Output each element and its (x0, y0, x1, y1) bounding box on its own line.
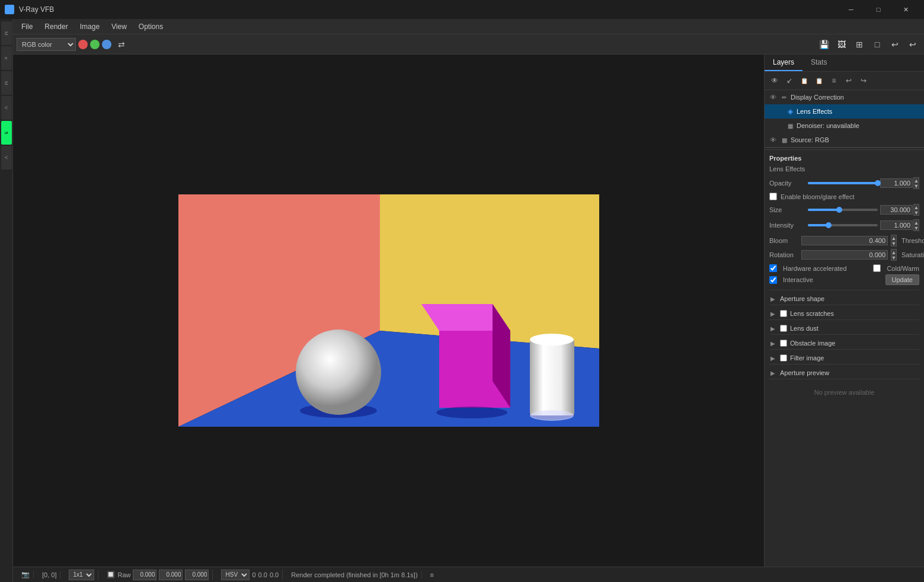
intensity-slider[interactable] (808, 221, 878, 229)
color-mode-select[interactable]: HSV RGB (221, 570, 250, 580)
interactive-checkbox[interactable] (769, 276, 777, 284)
bloom-spinner[interactable]: ▲ ▼ (891, 235, 897, 247)
menu-render[interactable]: Render (39, 21, 73, 32)
menu-image[interactable]: Image (74, 21, 105, 32)
scale-select[interactable]: 1x1 2x2 (69, 570, 94, 580)
copy-layer-icon[interactable]: 📋 (798, 74, 811, 87)
hw-accel-checkbox[interactable] (769, 264, 777, 272)
app-icon (5, 5, 14, 14)
layer-down-icon[interactable]: ↙ (783, 74, 796, 87)
layer-display-correction[interactable]: 👁 ✏ Display Correction (765, 90, 924, 104)
list-icon[interactable]: ≡ (827, 74, 840, 87)
sidebar-item-3[interactable]: M (1, 71, 12, 95)
redo-panel-icon[interactable]: ↪ (857, 74, 870, 87)
menu-file[interactable]: File (15, 21, 39, 32)
size-slider[interactable] (808, 206, 878, 214)
size-label: Size (769, 206, 808, 213)
close-button[interactable]: ✕ (892, 0, 919, 19)
render-status-text: Render completed (finished in [0h 1m 8.1… (291, 571, 417, 578)
eye-icon-source[interactable]: 👁 (768, 135, 778, 145)
filter-image-title: Filter image (790, 354, 824, 362)
viewport[interactable] (13, 55, 764, 567)
status-hsv-segment: HSV RGB 0 0.0 0.0 (218, 570, 283, 580)
channel-display: 0 (252, 571, 255, 578)
layer-label-denoiser: Denoiser: unavailable (797, 122, 859, 129)
image-icon[interactable]: 🖼 (834, 37, 849, 52)
window-icon[interactable]: □ (869, 37, 885, 52)
mode-display: Raw (117, 571, 130, 578)
filter-image-header[interactable]: ▶ Filter image (769, 352, 919, 364)
color-mode-select[interactable]: RGB color Alpha Luminance (17, 38, 76, 51)
bloom-glare-label: Enable bloom/glare effect (781, 193, 855, 200)
lens-scratches-header[interactable]: ▶ Lens scratches (769, 308, 919, 320)
undo2-icon[interactable]: ↩ (905, 37, 920, 52)
size-row: Size ▲ ▼ (769, 204, 919, 216)
eye-toggle-icon[interactable]: 👁 (768, 74, 781, 87)
lens-dust-header[interactable]: ▶ Lens dust (769, 322, 919, 335)
save-icon[interactable]: 💾 (816, 37, 832, 52)
minimize-button[interactable]: ─ (837, 0, 865, 19)
layer-source-rgb[interactable]: 👁 ▦ Source: RGB (765, 133, 924, 147)
interactive-update-row: Interactive Update (769, 274, 919, 285)
value-r[interactable] (133, 570, 156, 580)
aperture-shape-header[interactable]: ▶ Aperture shape (769, 293, 919, 305)
intensity-spinner[interactable]: ▲ ▼ (913, 219, 919, 231)
lens-dust-checkbox[interactable] (780, 325, 787, 332)
obstacle-image-arrow: ▶ (770, 340, 776, 347)
paste-layer-icon[interactable]: 📋 (813, 74, 826, 87)
bloom-input[interactable] (801, 236, 888, 245)
cold-warm-checkbox[interactable] (873, 264, 881, 272)
settings-icon[interactable]: ≡ (430, 571, 434, 578)
rotation-spinner[interactable]: ▲ ▼ (891, 249, 897, 261)
layer-denoiser[interactable]: ▦ Denoiser: unavailable (765, 119, 924, 133)
obstacle-image-header[interactable]: ▶ Obstacle image (769, 337, 919, 350)
lens-scratches-arrow: ▶ (770, 311, 776, 317)
sidebar-item-5[interactable]: 5 (1, 121, 12, 145)
aperture-preview-header[interactable]: ▶ Aperture preview (769, 367, 919, 379)
red-channel-dot[interactable] (78, 40, 88, 49)
obstacle-image-checkbox[interactable] (780, 340, 787, 347)
status-raw-segment: 🔲 Raw (103, 570, 213, 580)
size-spinner[interactable]: ▲ ▼ (913, 204, 919, 216)
swap-icon[interactable]: ⇄ (114, 37, 129, 52)
intensity-value[interactable] (880, 220, 913, 230)
tab-stats[interactable]: Stats (802, 55, 835, 71)
size-value[interactable] (880, 205, 913, 215)
rotation-input[interactable] (801, 250, 888, 260)
filter-image-checkbox[interactable] (780, 354, 787, 362)
bloom-glare-row: Enable bloom/glare effect (769, 193, 919, 200)
sidebar-item-1[interactable]: M (1, 21, 12, 45)
status-coords-segment: [0, 0] (39, 571, 60, 578)
properties-subtitle: Lens Effects (769, 165, 919, 172)
undo-icon[interactable]: ↩ (887, 37, 903, 52)
maximize-button[interactable]: □ (865, 0, 892, 19)
size-down[interactable]: ▼ (914, 210, 919, 215)
undo-panel-icon[interactable]: ↩ (842, 74, 855, 87)
sidebar-item-2[interactable]: e (1, 46, 12, 70)
eye-icon-display[interactable]: 👁 (768, 92, 778, 102)
opacity-value[interactable] (880, 178, 913, 188)
opacity-spinner[interactable]: ▲ ▼ (913, 177, 919, 189)
opacity-down[interactable]: ▼ (914, 183, 919, 188)
blue-channel-dot[interactable] (102, 40, 111, 49)
bloom-glare-checkbox[interactable] (769, 193, 777, 200)
lens-scratches-checkbox[interactable] (780, 310, 787, 317)
sidebar-item-6[interactable]: V (1, 146, 12, 170)
value-b[interactable] (185, 570, 209, 580)
menu-options[interactable]: Options (133, 21, 169, 32)
intensity-down[interactable]: ▼ (914, 225, 919, 231)
content-area: Layers Stats 👁 ↙ 📋 📋 ≡ ↩ ↪ (13, 55, 924, 567)
layer-lens-effects[interactable]: ◈ Lens Effects (765, 104, 924, 119)
menu-view[interactable]: View (105, 21, 133, 32)
no-preview-text: No preview available (769, 382, 919, 403)
layer-icon-display: ✏ (780, 93, 788, 101)
tab-layers[interactable]: Layers (765, 55, 802, 71)
region-icon[interactable]: ⊞ (852, 37, 867, 52)
opacity-slider[interactable] (808, 179, 878, 187)
lens-dust-title: Lens dust (790, 325, 819, 332)
value-g[interactable] (159, 570, 183, 580)
green-channel-dot[interactable] (90, 40, 100, 49)
layer-icon-source: ▦ (780, 136, 788, 144)
update-button[interactable]: Update (885, 274, 919, 285)
sidebar-item-4[interactable]: V (1, 96, 12, 120)
